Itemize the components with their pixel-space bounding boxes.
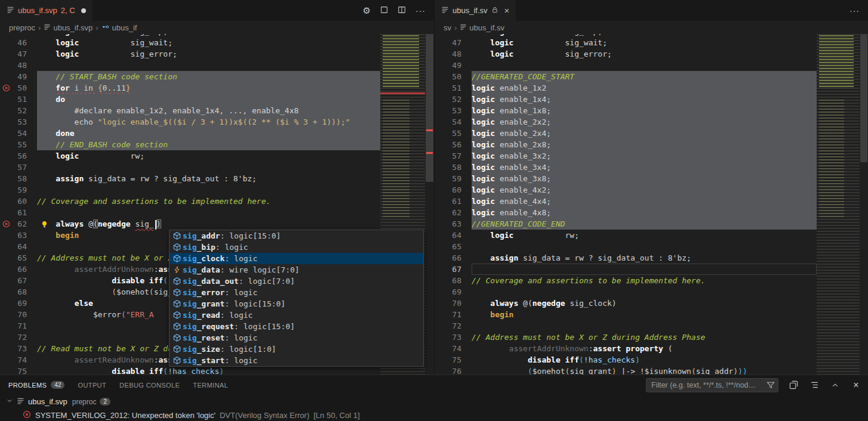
file-icon: [460, 23, 467, 32]
line-number: 48: [447, 48, 472, 60]
problem-row[interactable]: SYSTEM_VERILOG_2012: Unexpected token 'l…: [0, 408, 868, 421]
code-text[interactable]: do: [37, 94, 380, 105]
code-text[interactable]: [472, 60, 817, 71]
code-text[interactable]: [37, 184, 380, 196]
line-number: 73: [12, 343, 37, 354]
tab-problems[interactable]: PROBLEMS42: [8, 381, 64, 389]
suggest-item[interactable]: sig_read: logic: [170, 309, 423, 321]
code-text[interactable]: logic enable_3x2;: [472, 150, 817, 162]
code-text[interactable]: #declare enable_1x2, enable_1x4, ..., en…: [37, 105, 380, 116]
gutter: 56: [435, 139, 472, 150]
minimap[interactable]: [817, 34, 860, 374]
code-text[interactable]: done: [37, 128, 380, 139]
code-text[interactable]: logic enable_1x8;: [472, 105, 817, 116]
code-text[interactable]: assign sig_data = rw ? sig_data_out : 8'…: [472, 252, 817, 264]
code-text[interactable]: logic enable_3x8;: [472, 173, 817, 184]
layout-icon[interactable]: [380, 5, 388, 16]
code-text[interactable]: logic sig_wait;: [472, 37, 817, 48]
code-text[interactable]: [472, 264, 817, 275]
suggest-item[interactable]: sig_start: logic: [170, 355, 423, 366]
code-text[interactable]: always @(negedge sig_clock): [472, 298, 817, 309]
code-text[interactable]: logic sig_wait;: [37, 37, 380, 48]
code-text[interactable]: logic sig_error;: [472, 48, 817, 60]
tab-ubus-if-svp[interactable]: ubus_if.svp 2, C: [0, 0, 93, 21]
code-text[interactable]: logic enable_4x8;: [472, 207, 817, 218]
suggest-item[interactable]: sig_data_out: logic[7:0]: [170, 275, 423, 287]
code-text[interactable]: [37, 162, 380, 173]
collapse-all-icon[interactable]: [808, 379, 820, 391]
code-text[interactable]: [37, 207, 380, 218]
code-text[interactable]: begin: [472, 309, 817, 320]
code-text[interactable]: // START_BASH code section: [37, 71, 380, 82]
breadcrumb-item[interactable]: sv: [444, 23, 451, 32]
breadcrumb-item[interactable]: ubus_if.svp: [44, 23, 93, 32]
code-text[interactable]: [37, 60, 380, 71]
suggest-item[interactable]: sig_addr: logic[15:0]: [170, 230, 423, 242]
scrollbar-thumb[interactable]: [426, 34, 433, 182]
code-text[interactable]: // Coverage and assertions to be impleme…: [472, 275, 817, 286]
tab-debug-console[interactable]: DEBUG CONSOLE: [119, 382, 180, 389]
code-text[interactable]: logic enable_4x2;: [472, 184, 817, 196]
code-text[interactable]: assign sig_data = rw ? sig_data_out : 8'…: [37, 173, 380, 184]
tab-ubus-if-sv[interactable]: ubus_if.sv ×: [435, 0, 516, 21]
problem-file-path: preproc: [72, 398, 97, 406]
code-text[interactable]: logic enable_1x2: [472, 82, 817, 94]
more-actions-icon[interactable]: ···: [415, 6, 426, 16]
close-panel-icon[interactable]: ×: [850, 379, 862, 391]
chevron-down-icon[interactable]: [6, 397, 13, 406]
code-text[interactable]: logic rw;: [472, 230, 817, 241]
tab-terminal[interactable]: TERMINAL: [193, 382, 228, 389]
suggest-item[interactable]: sig_request: logic[15:0]: [170, 321, 423, 332]
filter-funnel-icon[interactable]: [767, 381, 775, 392]
code-text[interactable]: ($onehot(sig_grant) |-> !$isunknown(sig_…: [472, 366, 817, 374]
code-text[interactable]: // Coverage and assertions to be impleme…: [37, 196, 380, 207]
modified-dot-icon[interactable]: [81, 8, 86, 13]
code-text[interactable]: logic rw;: [37, 150, 380, 162]
breadcrumb-item[interactable]: ubus_if.sv: [460, 23, 504, 32]
code-text[interactable]: disable iff(!has_checks): [472, 354, 817, 366]
code-text[interactable]: assertAddrUnknown:assert property (: [472, 343, 817, 354]
code-text[interactable]: [472, 286, 817, 298]
code-text[interactable]: logic sig_error;: [37, 48, 380, 60]
problem-file-row[interactable]: ubus_if.svp preproc 2: [0, 395, 868, 408]
suggest-item[interactable]: sig_error: logic: [170, 287, 423, 298]
code-text[interactable]: disable iff(!has_checks): [37, 366, 380, 374]
code-text[interactable]: logic enable_2x8;: [472, 139, 817, 150]
code-text[interactable]: // END_BASH code section: [37, 139, 380, 150]
code-editor-right[interactable]: 46 logic sig_bip;47 logic sig_wait;48 lo…: [435, 34, 868, 374]
settings-gear-icon[interactable]: ⚙: [363, 5, 371, 16]
more-actions-icon[interactable]: ···: [849, 6, 860, 16]
suggest-item[interactable]: sig_bip: logic: [170, 242, 423, 253]
code-text[interactable]: logic enable_3x4;: [472, 162, 817, 173]
scrollbar[interactable]: [860, 34, 868, 374]
symbol-variable-icon: [171, 322, 183, 331]
suggest-item[interactable]: sig_data: wire logic[7:0]: [170, 264, 423, 275]
code-text[interactable]: // Address must not be X or Z during Add…: [472, 332, 817, 343]
code-text[interactable]: //GENERATED_CODE_END: [472, 218, 817, 230]
editor-group-right: ubus_if.sv × ··· sv › ubus_if.sv 46 logi…: [434, 0, 868, 374]
scrollbar-thumb[interactable]: [860, 34, 867, 162]
code-text[interactable]: //GENERATED_CODE_START: [472, 71, 817, 82]
code-text[interactable]: for i in {0..11}: [37, 82, 380, 94]
code-text[interactable]: always @(negedge sig_): [37, 218, 380, 230]
suggest-item[interactable]: sig_clock: logic: [170, 253, 423, 264]
code-text[interactable]: [472, 241, 817, 252]
tab-output[interactable]: OUTPUT: [78, 382, 106, 389]
suggest-item[interactable]: sig_size: logic[1:0]: [170, 343, 423, 355]
breadcrumb-item[interactable]: ubus_if: [101, 23, 137, 32]
maximize-panel-icon[interactable]: [829, 379, 841, 391]
suggest-item[interactable]: sig_grant: logic[15:0]: [170, 298, 423, 309]
code-text[interactable]: logic enable_2x4;: [472, 128, 817, 139]
suggest-item[interactable]: sig_reset: logic: [170, 332, 423, 343]
split-editor-icon[interactable]: [398, 5, 406, 16]
code-text[interactable]: [472, 320, 817, 332]
filter-input[interactable]: [646, 378, 778, 392]
scrollbar[interactable]: [425, 34, 434, 374]
code-text[interactable]: logic enable_1x4;: [472, 94, 817, 105]
view-as-table-icon[interactable]: [787, 379, 799, 391]
breadcrumb-item[interactable]: preproc: [9, 23, 35, 32]
code-text[interactable]: echo "logic enable_$(($i / 3 + 1))x$((2 …: [37, 116, 380, 128]
close-tab-icon[interactable]: ×: [504, 6, 510, 15]
code-text[interactable]: logic enable_4x4;: [472, 196, 817, 207]
code-text[interactable]: logic enable_2x2;: [472, 116, 817, 128]
